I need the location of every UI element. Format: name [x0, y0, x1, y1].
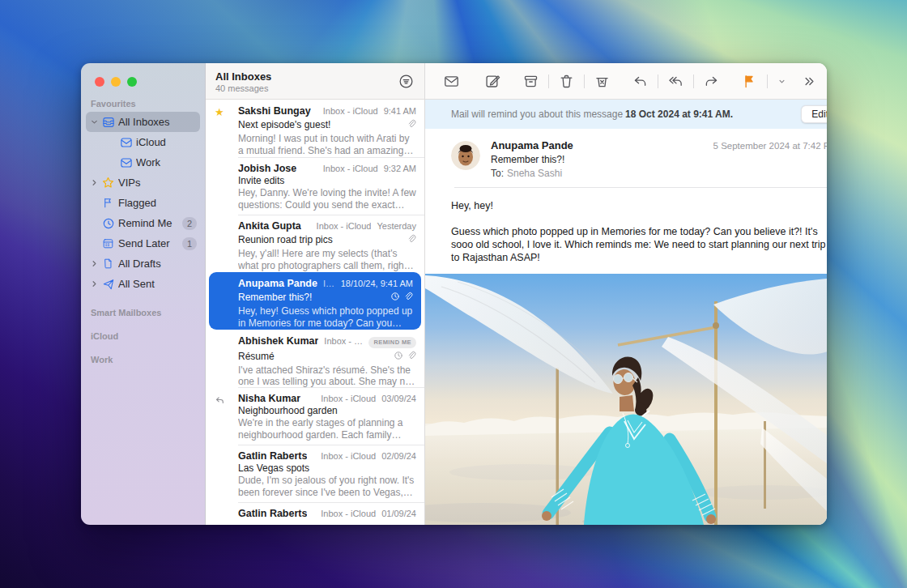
chevron-down-icon[interactable] [89, 117, 100, 126]
message-subject: Next episode's guest! [238, 119, 407, 130]
sidebar-section-title: iCloud [91, 331, 205, 341]
recipient-line: To:Sneha Sashi [491, 168, 713, 179]
paperplane-icon [100, 278, 116, 291]
message-row[interactable]: Gatlin RabertsInbox - iCloud01/09/24 [206, 502, 424, 525]
filter-icon[interactable] [398, 73, 415, 90]
paperclip-icon [407, 232, 416, 247]
close-button[interactable] [95, 77, 104, 87]
sidebar-item-label: Flagged [118, 197, 205, 209]
flag-icon [100, 197, 116, 209]
zoom-button[interactable] [127, 77, 137, 87]
message-time: 18/10/24, 9:41 AM [341, 279, 413, 288]
mailbox-title: All Inboxes [215, 70, 398, 83]
reply-button[interactable] [630, 71, 650, 92]
unread-badge: 1 [182, 237, 197, 250]
message-preview: Morning! I was put in touch with Arati b… [238, 133, 416, 156]
sidebar-item-label: All Inboxes [118, 116, 205, 128]
mailbox-label: Inbox - iCloud [317, 106, 378, 116]
message-subject: Las Vegas spots [238, 462, 416, 474]
message-row[interactable]: Ankita GuptaInbox - iCloudYesterdayReuni… [206, 215, 424, 272]
archive-button[interactable] [521, 71, 541, 92]
message-preview: I've attached Shiraz's résumé. She's the… [238, 364, 416, 388]
toolbar-divider [693, 75, 694, 88]
toolbar-divider [767, 75, 768, 88]
reply-all-icon [667, 73, 684, 90]
sidebar-item-label: Send Later [118, 237, 182, 249]
flag-button[interactable] [739, 71, 760, 92]
row-divider [238, 157, 424, 158]
inbox-icon [118, 136, 134, 149]
sidebar-item-work[interactable]: Work [81, 152, 205, 173]
message-row[interactable]: Gatlin RabertsInbox - iCloud02/09/24Las … [206, 445, 424, 502]
body-paragraph: Hey, hey! [451, 199, 827, 212]
flag-dropdown-chevron[interactable] [775, 75, 789, 88]
junk-button[interactable] [592, 71, 612, 92]
trash-button[interactable] [556, 71, 577, 92]
reply-arrow-icon [215, 394, 225, 409]
sidebar-item-all-sent[interactable]: All Sent [81, 274, 205, 294]
more-button[interactable] [800, 72, 819, 91]
sidebar-section-title: Work [91, 355, 205, 364]
get-mail-icon [443, 73, 460, 90]
junk-icon [594, 73, 611, 90]
message-row-selected[interactable]: Anupama PandeInb…18/10/24, 9:41 AMRememb… [209, 272, 421, 330]
reply-all-button[interactable] [666, 71, 686, 92]
message-time: Yesterday [377, 221, 416, 231]
recipient-name[interactable]: Sneha Sashi [507, 168, 562, 179]
get-mail-button[interactable] [441, 71, 462, 92]
mailbox-label: Inb… [323, 279, 335, 288]
mail-window: FavouritesAll InboxesiCloudWorkVIPsFlagg… [81, 63, 827, 525]
reminder-banner: Mail will remind you about this message1… [425, 100, 827, 129]
flag-icon [741, 73, 758, 90]
toolbar [425, 63, 827, 100]
desktop-wallpaper: FavouritesAll InboxesiCloudWorkVIPsFlagg… [0, 0, 907, 588]
mailbox-label: Inbox - iCl… [324, 336, 363, 346]
mailbox-label: Inbox - iCloud [306, 394, 376, 403]
sender-name: Gatlin Raberts [238, 508, 307, 519]
message-row[interactable]: ★Sakshi BungayInbox - iCloud9:41 AMNext … [206, 100, 424, 157]
sidebar-item-vips[interactable]: VIPs [81, 173, 205, 193]
sidebar-item-send-later[interactable]: Send Later1 [81, 233, 205, 254]
sidebar-item-all-drafts[interactable]: All Drafts [81, 254, 205, 274]
sidebar-item-remind-me[interactable]: Remind Me2 [81, 213, 205, 233]
toolbar-divider [548, 75, 549, 88]
sidebar-section-title: Favourites [91, 99, 205, 109]
sidebar-item-flagged[interactable]: Flagged [81, 193, 205, 213]
message-rows: ★Sakshi BungayInbox - iCloud9:41 AMNext … [206, 100, 424, 525]
sender-name: Sakshi Bungay [238, 105, 311, 117]
message-row[interactable]: Abhishek KumarInbox - iCl…REMIND MERésum… [206, 330, 424, 387]
minimize-button[interactable] [111, 77, 121, 87]
message-time: 03/09/24 [381, 394, 416, 403]
chevron-right-icon[interactable] [89, 259, 100, 268]
sender-name: Ankita Gupta [238, 220, 301, 232]
message-row[interactable]: Nisha KumarInbox - iCloud03/09/24Neighbo… [206, 387, 424, 445]
sidebar-item-label: VIPs [118, 177, 205, 189]
chevron-right-icon[interactable] [89, 279, 100, 288]
sidebar-item-label: All Sent [118, 278, 205, 290]
message-list-header: All Inboxes 40 messages [206, 63, 424, 100]
paperclip-icon [403, 290, 413, 305]
compose-button[interactable] [483, 71, 503, 92]
message-date: 5 September 2024 at 7:42 PM [713, 141, 827, 151]
sidebar-item-all-inboxes[interactable]: All Inboxes [81, 112, 205, 132]
chevron-right-icon[interactable] [89, 178, 100, 187]
sender-name: Anupama Pande [491, 139, 713, 151]
message-row[interactable]: Jobish JoseInbox - iCloud9:32 AMInvite e… [206, 157, 424, 215]
sender-avatar [451, 141, 480, 170]
forward-button[interactable] [701, 71, 722, 92]
archive-icon [522, 73, 539, 90]
sender-name: Anupama Pande [238, 278, 317, 289]
attached-photo[interactable] [425, 274, 827, 525]
star-icon: ★ [215, 107, 224, 117]
more-icon [802, 74, 817, 89]
toolbar-divider [584, 75, 585, 88]
window-controls [95, 77, 137, 87]
reading-pane: Mail will remind you about this message1… [424, 63, 827, 525]
edit-reminder-button[interactable]: Edit [801, 105, 827, 123]
sidebar-item-label: Remind Me [118, 217, 182, 229]
sender-name: Abhishek Kumar [238, 335, 318, 347]
message-preview: We're in the early stages of planning a … [238, 417, 416, 441]
message-preview: Hey, y'all! Here are my selects (that's … [238, 248, 416, 271]
sidebar-item-icloud[interactable]: iCloud [81, 132, 205, 152]
message-subject: Résumé [238, 351, 394, 362]
